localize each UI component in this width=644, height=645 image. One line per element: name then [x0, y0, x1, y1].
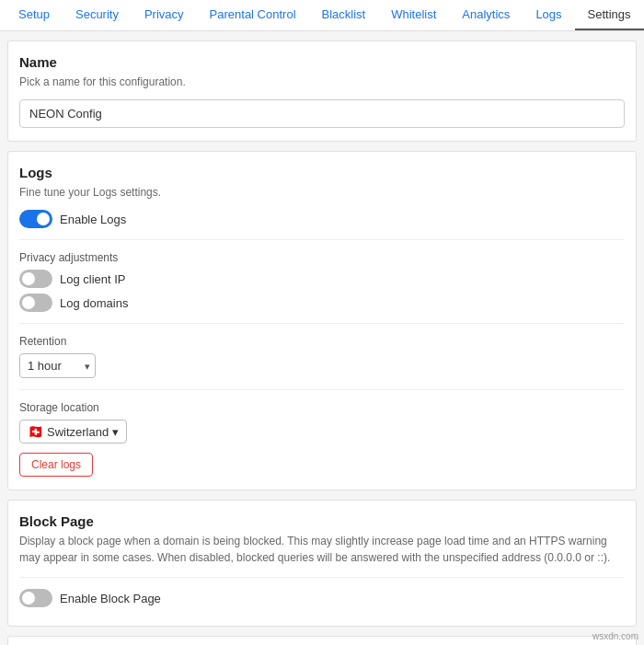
logs-section: Logs Fine tune your Logs settings. Enabl…: [7, 151, 637, 490]
log-domains-toggle[interactable]: [19, 294, 52, 312]
log-domains-row: Log domains: [19, 294, 625, 312]
enable-logs-toggle[interactable]: [19, 210, 52, 228]
log-client-ip-slider: [19, 270, 52, 288]
name-title: Name: [19, 54, 625, 70]
log-domains-slider: [19, 294, 52, 312]
storage-country-name: Switzerland: [47, 425, 109, 439]
tab-settings[interactable]: Settings: [575, 0, 644, 30]
enable-block-page-toggle[interactable]: [19, 589, 52, 607]
tab-blacklist[interactable]: Blacklist: [309, 0, 379, 30]
retention-select-wrapper: 1 hour 6 hours 12 hours 1 day 7 days 30 …: [19, 353, 96, 378]
enable-block-page-label: Enable Block Page: [60, 592, 161, 605]
log-client-ip-label: Log client IP: [60, 272, 126, 286]
privacy-adjustments-label: Privacy adjustments: [19, 251, 625, 264]
divider-2: [19, 323, 625, 324]
log-client-ip-row: Log client IP: [19, 270, 625, 288]
log-client-ip-toggle[interactable]: [19, 270, 52, 288]
tab-parental-control[interactable]: Parental Control: [197, 0, 309, 30]
clear-logs-button[interactable]: Clear logs: [19, 453, 93, 477]
logs-title: Logs: [19, 165, 625, 180]
name-description: Pick a name for this configuration.: [19, 74, 625, 90]
enable-block-page-row: Enable Block Page: [19, 589, 625, 607]
tab-setup[interactable]: Setup: [6, 0, 63, 30]
tab-privacy[interactable]: Privacy: [132, 0, 197, 30]
enable-logs-slider: [19, 210, 52, 228]
watermark: wsxdn.com: [592, 631, 638, 641]
block-page-title: Block Page: [19, 513, 625, 529]
tab-analytics[interactable]: Analytics: [449, 0, 523, 30]
log-domains-label: Log domains: [60, 296, 128, 310]
enable-logs-label: Enable Logs: [60, 213, 126, 226]
edns-section: EDNS Client Subnet EDNS Client Subnet is…: [7, 636, 637, 645]
storage-dropdown-arrow: ▾: [112, 425, 119, 439]
tab-security[interactable]: Security: [63, 0, 132, 30]
enable-logs-row: Enable Logs: [19, 210, 625, 228]
retention-select[interactable]: 1 hour 6 hours 12 hours 1 day 7 days 30 …: [19, 353, 96, 378]
block-page-section: Block Page Display a block page when a d…: [7, 500, 637, 627]
tab-bar: SetupSecurityPrivacyParental ControlBlac…: [0, 0, 644, 31]
storage-location-label: Storage location: [19, 401, 625, 414]
logs-description: Fine tune your Logs settings.: [19, 184, 625, 201]
block-page-description: Display a block page when a domain is be…: [19, 533, 625, 566]
divider-4: [19, 577, 625, 578]
tab-whitelist[interactable]: Whitelist: [378, 0, 449, 30]
divider-1: [19, 239, 625, 240]
retention-label: Retention: [19, 335, 625, 348]
storage-location-select[interactable]: 🇨🇭 Switzerland ▾: [19, 420, 127, 443]
tab-logs[interactable]: Logs: [523, 0, 574, 30]
enable-block-page-slider: [19, 589, 52, 607]
config-name-input[interactable]: [19, 99, 625, 128]
name-section: Name Pick a name for this configuration.: [7, 40, 637, 142]
switzerland-flag: 🇨🇭: [28, 424, 43, 439]
divider-3: [19, 389, 625, 390]
